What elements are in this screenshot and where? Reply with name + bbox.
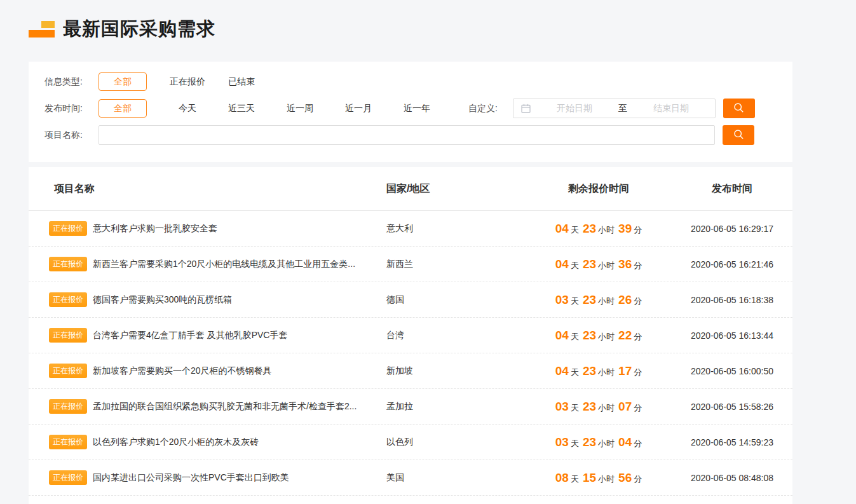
row-project-title[interactable]: 国内某进出口公司采购一次性PVC手套出口到欧美 bbox=[93, 472, 289, 484]
info-type-option-quoting[interactable]: 正在报价 bbox=[170, 76, 205, 88]
table-row[interactable]: 正在报价 意大利客户求购一批乳胶安全套 意大利 04天23小时39分 2020-… bbox=[29, 211, 792, 247]
row-publish-time: 2020-06-05 16:29:17 bbox=[672, 224, 792, 234]
section-marker-icon bbox=[29, 21, 55, 38]
row-remaining-time: 03天23小时07分 bbox=[526, 400, 672, 414]
date-search-button[interactable] bbox=[723, 99, 755, 118]
custom-range-label: 自定义: bbox=[468, 103, 498, 114]
publish-time-option-year[interactable]: 近一年 bbox=[404, 103, 430, 114]
header-project-name: 项目名称 bbox=[29, 182, 386, 196]
day-unit-label: 天 bbox=[571, 367, 579, 377]
row-publish-time: 2020-06-05 16:13:44 bbox=[672, 330, 792, 341]
filter-row-publish-time: 发布时间: 全部 今天 近三天 近一周 近一月 近一年 自定义: 开始日期 至 … bbox=[44, 99, 792, 118]
table-header: 项目名称 国家/地区 剩余报价时间 发布时间 bbox=[29, 167, 792, 211]
remaining-hours: 23 bbox=[583, 257, 596, 271]
row-publish-time: 2020-06-05 16:18:38 bbox=[672, 295, 792, 305]
row-project-title[interactable]: 新西兰客户需要采购1个20尺小柜的电线电缆及其他工业用五金类... bbox=[93, 259, 355, 270]
row-remaining-time: 04天23小时36分 bbox=[526, 257, 672, 271]
hour-unit-label: 小时 bbox=[598, 296, 615, 306]
remaining-days: 03 bbox=[555, 293, 569, 306]
search-icon bbox=[733, 102, 744, 115]
remaining-days: 03 bbox=[555, 400, 569, 413]
minute-unit-label: 分 bbox=[634, 439, 642, 448]
table-row[interactable]: 正在报价 德国客户需要购买300吨的瓦楞纸箱 德国 03天23小时26分 202… bbox=[29, 282, 792, 318]
publish-time-option-today[interactable]: 今天 bbox=[179, 103, 196, 114]
day-unit-label: 天 bbox=[571, 439, 579, 448]
page-header: 最新国际采购需求 bbox=[29, 17, 215, 42]
status-badge: 正在报价 bbox=[49, 328, 87, 343]
remaining-minutes: 56 bbox=[618, 471, 632, 484]
remaining-hours: 23 bbox=[583, 293, 596, 306]
info-type-option-all[interactable]: 全部 bbox=[99, 72, 147, 91]
row-publish-time: 2020-06-05 16:21:46 bbox=[672, 259, 792, 269]
project-search-button[interactable] bbox=[723, 125, 754, 145]
row-remaining-time: 03天23小时04分 bbox=[526, 435, 672, 449]
end-date-placeholder[interactable]: 结束日期 bbox=[627, 103, 715, 114]
remaining-days: 08 bbox=[555, 471, 569, 484]
row-country: 美国 bbox=[386, 472, 526, 484]
remaining-hours: 23 bbox=[583, 329, 596, 342]
table-row[interactable]: 正在报价 孟加拉国的联合国组织紧急购买乳胶无菌和非无菌手术/检查手套2... 孟… bbox=[29, 389, 792, 425]
remaining-days: 03 bbox=[555, 435, 569, 449]
table-row[interactable]: 正在报价 国内某进出口公司采购一次性PVC手套出口到欧美 美国 08天15小时5… bbox=[29, 460, 792, 496]
row-remaining-time: 04天23小时39分 bbox=[526, 222, 672, 236]
table-row[interactable]: 正在报价 新加坡客户需要购买一个20尺柜的不锈钢餐具 新加坡 04天23小时17… bbox=[29, 353, 792, 389]
table-row[interactable]: 正在报价 台湾客户需要4亿盒丁腈手套 及其他乳胶PVC手套 台湾 04天23小时… bbox=[29, 318, 792, 353]
remaining-hours: 23 bbox=[583, 222, 596, 235]
minute-unit-label: 分 bbox=[634, 296, 642, 306]
row-publish-time: 2020-06-05 15:58:26 bbox=[672, 402, 792, 412]
hour-unit-label: 小时 bbox=[598, 225, 615, 235]
row-remaining-time: 04天23小时22分 bbox=[526, 329, 672, 343]
row-project-title[interactable]: 新加坡客户需要购买一个20尺柜的不锈钢餐具 bbox=[93, 365, 272, 377]
status-badge: 正在报价 bbox=[49, 221, 87, 236]
row-project-title[interactable]: 台湾客户需要4亿盒丁腈手套 及其他乳胶PVC手套 bbox=[93, 330, 287, 341]
info-type-option-ended[interactable]: 已结束 bbox=[228, 76, 255, 88]
remaining-minutes: 07 bbox=[618, 400, 632, 413]
hour-unit-label: 小时 bbox=[598, 439, 615, 448]
row-remaining-time: 08天15小时56分 bbox=[526, 471, 672, 485]
hour-unit-label: 小时 bbox=[598, 474, 615, 484]
header-country: 国家/地区 bbox=[386, 182, 526, 196]
project-name-input[interactable] bbox=[99, 125, 715, 145]
row-country: 孟加拉 bbox=[386, 401, 526, 412]
minute-unit-label: 分 bbox=[634, 332, 642, 341]
row-project-title[interactable]: 孟加拉国的联合国组织紧急购买乳胶无菌和非无菌手术/检查手套2... bbox=[93, 401, 357, 412]
remaining-minutes: 22 bbox=[618, 329, 632, 342]
search-icon bbox=[733, 129, 744, 142]
table-body: 正在报价 意大利客户求购一批乳胶安全套 意大利 04天23小时39分 2020-… bbox=[29, 211, 792, 496]
day-unit-label: 天 bbox=[571, 403, 579, 412]
day-unit-label: 天 bbox=[571, 296, 579, 306]
date-range-input[interactable]: 开始日期 至 结束日期 bbox=[513, 99, 716, 118]
row-project-title[interactable]: 以色列客户求购1个20尺小柜的灰木及灰砖 bbox=[93, 437, 259, 448]
table-row[interactable]: 正在报价 以色列客户求购1个20尺小柜的灰木及灰砖 以色列 03天23小时04分… bbox=[29, 425, 792, 460]
date-range-separator: 至 bbox=[618, 103, 627, 114]
header-remaining-time: 剩余报价时间 bbox=[526, 182, 672, 196]
row-publish-time: 2020-06-05 14:59:23 bbox=[672, 437, 792, 447]
minute-unit-label: 分 bbox=[634, 403, 642, 412]
row-project-title[interactable]: 德国客户需要购买300吨的瓦楞纸箱 bbox=[93, 294, 232, 306]
remaining-hours: 23 bbox=[583, 364, 596, 378]
status-badge: 正在报价 bbox=[49, 292, 87, 307]
remaining-days: 04 bbox=[555, 257, 569, 271]
header-publish-time: 发布时间 bbox=[672, 182, 792, 196]
hour-unit-label: 小时 bbox=[598, 403, 615, 412]
publish-time-option-month[interactable]: 近一月 bbox=[345, 103, 372, 114]
row-country: 台湾 bbox=[386, 330, 526, 341]
filter-row-project-name: 项目名称: bbox=[44, 125, 792, 145]
publish-time-option-week[interactable]: 近一周 bbox=[287, 103, 313, 114]
row-country: 新加坡 bbox=[386, 365, 526, 377]
remaining-days: 04 bbox=[555, 364, 569, 378]
row-country: 新西兰 bbox=[386, 259, 526, 270]
minute-unit-label: 分 bbox=[634, 474, 642, 484]
hour-unit-label: 小时 bbox=[598, 367, 615, 377]
start-date-placeholder[interactable]: 开始日期 bbox=[531, 103, 618, 114]
status-badge: 正在报价 bbox=[49, 364, 87, 378]
row-publish-time: 2020-06-05 16:00:50 bbox=[672, 366, 792, 376]
remaining-days: 04 bbox=[555, 222, 569, 235]
row-project-title[interactable]: 意大利客户求购一批乳胶安全套 bbox=[93, 223, 217, 235]
row-country: 以色列 bbox=[386, 437, 526, 448]
remaining-minutes: 39 bbox=[618, 222, 632, 235]
table-row[interactable]: 正在报价 新西兰客户需要采购1个20尺小柜的电线电缆及其他工业用五金类... 新… bbox=[29, 247, 792, 282]
publish-time-option-all[interactable]: 全部 bbox=[99, 99, 147, 118]
remaining-days: 04 bbox=[555, 329, 569, 342]
publish-time-option-3days[interactable]: 近三天 bbox=[228, 103, 255, 114]
